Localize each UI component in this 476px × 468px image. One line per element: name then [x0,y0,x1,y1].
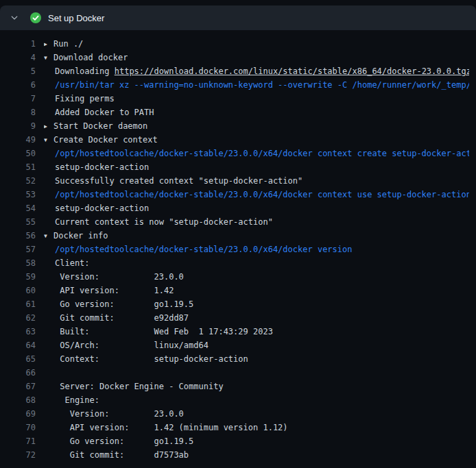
group-title: Download docker [53,53,128,62]
line-number[interactable]: 54 [0,201,36,215]
log-group-row[interactable]: 4▼Download docker [0,51,476,64]
log-line-row: 6/usr/bin/tar xz --warning=no-unknown-ke… [0,78,476,92]
line-number[interactable]: 64 [0,338,36,352]
group-title: Create Docker context [53,135,158,145]
log-text: Successfully created context "setup-dock… [44,174,302,188]
line-number[interactable]: 66 [0,366,36,380]
log-line-row: 57/opt/hostedtoolcache/docker-stable/23.… [0,243,476,256]
log-text: Client: [44,256,90,270]
group-collapsed-icon: ▶ [44,120,53,134]
line-number[interactable]: 1 [0,37,36,51]
log-line-row: 69 Version: 23.0.0 [0,407,476,421]
log-lines: 1▶Run ./4▼Download docker5Downloading ht… [0,37,476,462]
line-number[interactable]: 67 [0,380,36,393]
line-number[interactable]: 9 [0,119,36,133]
line-number[interactable]: 8 [0,106,36,119]
log-group-row[interactable]: 49▼Create Docker context [0,133,476,147]
log-line-row: 5Downloading https://download.docker.com… [0,64,476,78]
line-number[interactable]: 69 [0,407,36,421]
log-group-row[interactable]: 9▶Start Docker daemon [0,119,476,133]
log-text: Context: setup-docker-action [44,352,248,366]
step-title: Set up Docker [48,13,104,23]
log-group-row[interactable]: 56▼Docker info [0,229,476,243]
log-text [44,366,55,380]
log-line-row: 7Fixing perms [0,92,476,106]
chevron-down-icon[interactable] [10,13,19,23]
log-line-row: 65 Context: setup-docker-action [0,352,476,366]
line-number[interactable]: 7 [0,92,36,106]
log-line-row: 62 Git commit: e92dd87 [0,311,476,325]
log-line-row: 71 Go version: go1.19.5 [0,434,476,448]
line-number[interactable]: 72 [0,448,36,462]
log-line-row: 52Successfully created context "setup-do… [0,174,476,188]
line-number[interactable]: 57 [0,243,36,256]
line-number[interactable]: 52 [0,174,36,188]
log-line-row: 53/opt/hostedtoolcache/docker-stable/23.… [0,188,476,201]
line-number[interactable]: 68 [0,393,36,407]
log-text: Version: 23.0.0 [44,270,184,284]
group-collapsed-icon: ▶ [44,38,53,51]
line-number[interactable]: 56 [0,229,36,243]
log-line-row: 51setup-docker-action [0,160,476,174]
group-expanded-icon: ▼ [44,134,53,147]
line-number[interactable]: 50 [0,147,36,160]
line-number[interactable]: 61 [0,297,36,311]
line-number[interactable]: 49 [0,133,36,147]
step-header[interactable]: Set up Docker [0,5,476,30]
line-number[interactable]: 5 [0,64,36,78]
log-text: Fixing perms [44,92,115,106]
line-number[interactable]: 4 [0,51,36,64]
log-text: Go version: go1.19.5 [44,434,193,448]
line-number[interactable]: 63 [0,325,36,338]
log-group-row[interactable]: 1▶Run ./ [0,37,476,51]
log-line-row: 58Client: [0,256,476,270]
log-text: Version: 23.0.0 [44,407,184,421]
line-number[interactable]: 58 [0,256,36,270]
line-number[interactable]: 65 [0,352,36,366]
line-number[interactable]: 6 [0,78,36,92]
log-line-row: 8Added Docker to PATH [0,106,476,119]
log-text: Go version: go1.19.5 [44,297,193,311]
line-number[interactable]: 53 [0,188,36,201]
line-number[interactable]: 62 [0,311,36,325]
log-line-row: 60 API version: 1.42 [0,284,476,297]
log-line-row: 59 Version: 23.0.0 [0,270,476,284]
log-text: API version: 1.42 (minimum version 1.12) [44,421,288,434]
log-line-row: 68 Engine: [0,393,476,407]
command-text: /usr/bin/tar xz --warning=no-unknown-key… [44,78,469,92]
log-line-row: 61 Go version: go1.19.5 [0,297,476,311]
group-title: Run ./ [53,39,83,49]
group-expanded-icon: ▼ [44,51,53,65]
log-text: Current context is now "setup-docker-act… [44,215,273,229]
log-line-row: 67 Server: Docker Engine - Community [0,380,476,393]
command-text: /opt/hostedtoolcache/docker-stable/23.0.… [44,243,352,256]
line-number[interactable]: 55 [0,215,36,229]
log-line-row: 72 Git commit: d7573ab [0,448,476,462]
line-number[interactable]: 60 [0,284,36,297]
check-circle-success-icon [30,12,41,23]
line-number[interactable]: 59 [0,270,36,284]
line-number[interactable]: 71 [0,434,36,448]
log-text: OS/Arch: linux/amd64 [44,338,209,352]
log-line-row: 50/opt/hostedtoolcache/docker-stable/23.… [0,147,476,160]
log-url-link[interactable]: https://download.docker.com/linux/static… [115,66,469,76]
log-text: Server: Docker Engine - Community [44,380,224,393]
log-line-row: 54setup-docker-action [0,201,476,215]
log-text: Git commit: e92dd87 [44,311,189,325]
log-text: setup-docker-action [44,160,149,174]
command-text: /opt/hostedtoolcache/docker-stable/23.0.… [44,188,469,201]
group-expanded-icon: ▼ [44,230,53,243]
group-title: Start Docker daemon [53,121,147,131]
log-viewer: 1▶Run ./4▼Download docker5Downloading ht… [0,30,476,468]
log-text: Git commit: d7573ab [44,448,189,462]
log-text: Built: Wed Feb 1 17:43:29 2023 [44,325,273,338]
log-line-row: 63 Built: Wed Feb 1 17:43:29 2023 [0,325,476,338]
log-line-row: 64 OS/Arch: linux/amd64 [0,338,476,352]
log-text: setup-docker-action [44,201,149,215]
log-line-row: 55Current context is now "setup-docker-a… [0,215,476,229]
log-line-row: 66 [0,366,476,380]
group-title: Docker info [53,231,108,241]
line-number[interactable]: 51 [0,160,36,174]
command-text: /opt/hostedtoolcache/docker-stable/23.0.… [44,147,469,160]
line-number[interactable]: 70 [0,421,36,434]
